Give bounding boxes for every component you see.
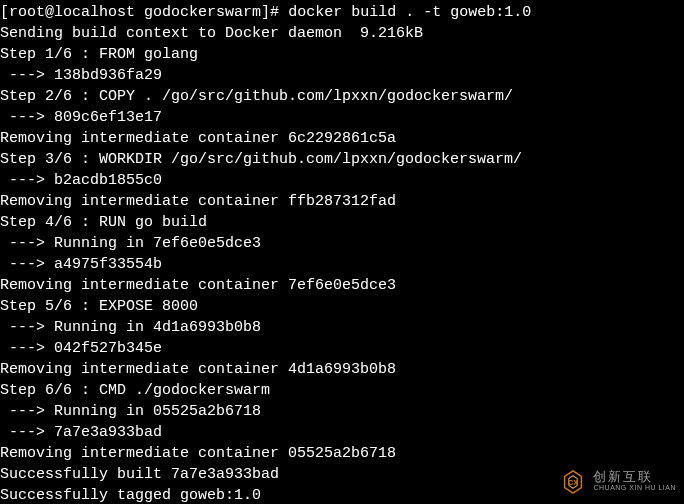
output-line: ---> 042f527b345e [0,338,684,359]
output-line: Step 1/6 : FROM golang [0,44,684,65]
watermark: CX 创新互联 CHUANG XIN HU LIAN [559,468,676,496]
output-line: Removing intermediate container 7ef6e0e5… [0,275,684,296]
output-line: ---> Running in 7ef6e0e5dce3 [0,233,684,254]
prompt-line-1: [root@localhost godockerswarm]# docker b… [0,2,684,23]
output-line: Removing intermediate container 6c229286… [0,128,684,149]
output-line: ---> 7a7e3a933bad [0,422,684,443]
svg-text:CX: CX [568,478,580,487]
output-line: Step 5/6 : EXPOSE 8000 [0,296,684,317]
watermark-logo-icon: CX [559,468,587,496]
output-line: Step 2/6 : COPY . /go/src/github.com/lpx… [0,86,684,107]
output-line: Removing intermediate container 4d1a6993… [0,359,684,380]
output-line: ---> 809c6ef13e17 [0,107,684,128]
output-line: ---> b2acdb1855c0 [0,170,684,191]
output-line: ---> Running in 4d1a6993b0b8 [0,317,684,338]
output-line: Step 6/6 : CMD ./godockerswarm [0,380,684,401]
output-line: ---> Running in 05525a2b6718 [0,401,684,422]
output-line: Removing intermediate container 05525a2b… [0,443,684,464]
output-line: ---> a4975f33554b [0,254,684,275]
output-line: Step 4/6 : RUN go build [0,212,684,233]
output-line: Sending build context to Docker daemon 9… [0,23,684,44]
output-line: Removing intermediate container ffb28731… [0,191,684,212]
watermark-text: 创新互联 CHUANG XIN HU LIAN [593,471,676,493]
output-line: ---> 138bd936fa29 [0,65,684,86]
command-1: docker build . -t goweb:1.0 [288,4,531,21]
output-line: Step 3/6 : WORKDIR /go/src/github.com/lp… [0,149,684,170]
